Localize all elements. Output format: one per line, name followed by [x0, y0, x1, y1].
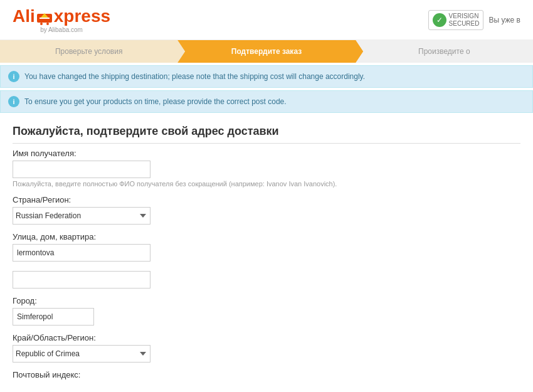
step-2-label: Подтвердите заказ	[231, 47, 302, 56]
steps-bar: Проверьте условия Подтвердите заказ Прои…	[0, 40, 533, 63]
info-banner-2: i To ensure you get your products on tim…	[0, 90, 533, 113]
region-group: Край/Область/Регион: Republic of Crimea …	[13, 333, 520, 363]
logo-area: Ali xpress by Alibaba.com	[13, 6, 110, 33]
form-title: Пожалуйста, подтвердите свой адрес доста…	[13, 125, 520, 144]
step-3-label: Произведите о	[418, 47, 470, 56]
logo-ali: Ali	[13, 6, 35, 26]
verisign-text: VERISIGN SECURED	[449, 13, 480, 28]
region-select[interactable]: Republic of Crimea Moscow Saint Petersbu…	[13, 345, 150, 363]
country-group: Страна/Регион: Russian Federation Ukrain…	[13, 195, 520, 225]
postcode-label: Почтовый индекс:	[13, 370, 520, 379]
recipient-label: Имя получателя:	[13, 149, 520, 158]
step-3[interactable]: Произведите о	[356, 40, 533, 63]
header: Ali xpress by Alibaba.com ✓ VERISIGN SEC…	[0, 0, 533, 40]
street-input[interactable]	[13, 244, 150, 262]
info-icon-2: i	[8, 96, 19, 107]
street-group: Улица, дом, квартира:	[13, 232, 520, 289]
user-greeting: Вы уже в	[488, 16, 520, 24]
svg-point-4	[46, 23, 49, 25]
cart-icon	[36, 9, 53, 23]
checkmark-icon: ✓	[433, 13, 446, 27]
step-2[interactable]: Подтвердите заказ	[177, 40, 355, 63]
recipient-group: Имя получателя: Пожалуйста, введите полн…	[13, 149, 520, 188]
postcode-group: Почтовый индекс:	[13, 370, 520, 379]
info-banner-1: i You have changed the shipping destinat…	[0, 65, 533, 88]
main-content: Пожалуйста, подтвердите свой адрес доста…	[0, 115, 533, 392]
recipient-input[interactable]	[13, 161, 150, 178]
info-icon-1: i	[8, 71, 19, 82]
header-right: ✓ VERISIGN SECURED Вы уже в	[428, 10, 520, 30]
country-label: Страна/Регион:	[13, 195, 520, 204]
step-1[interactable]: Проверьте условия	[0, 40, 177, 63]
step-1-label: Проверьте условия	[55, 47, 123, 56]
street2-input[interactable]	[13, 271, 150, 289]
svg-rect-2	[40, 18, 50, 19]
info-text-1: You have changed the shipping destinatio…	[24, 72, 365, 81]
street-label: Улица, дом, квартира:	[13, 232, 520, 241]
recipient-hint: Пожалуйста, введите полностью ФИО получа…	[13, 180, 520, 188]
city-input[interactable]	[13, 308, 94, 326]
svg-point-3	[40, 23, 43, 25]
logo: Ali xpress	[13, 6, 110, 26]
verisign-badge: ✓ VERISIGN SECURED	[428, 10, 484, 30]
info-text-2: To ensure you get your products on time,…	[24, 97, 287, 106]
logo-sub: by Alibaba.com	[40, 26, 83, 33]
city-label: Город:	[13, 296, 520, 305]
logo-xpress: xpress	[54, 6, 110, 26]
city-group: Город:	[13, 296, 520, 326]
country-select[interactable]: Russian Federation Ukraine Belarus Kazak…	[13, 207, 150, 225]
region-label: Край/Область/Регион:	[13, 333, 520, 342]
